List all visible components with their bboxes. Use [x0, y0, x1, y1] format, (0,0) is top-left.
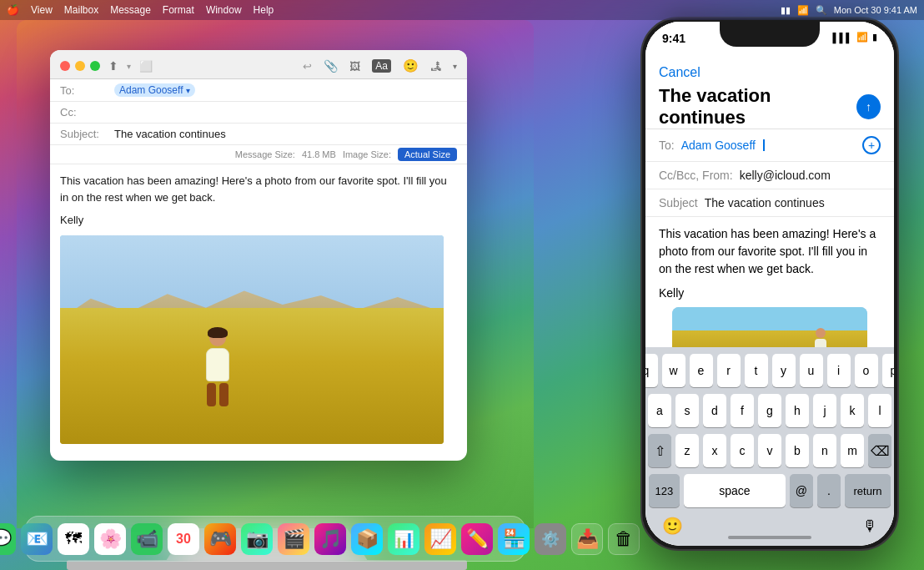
key-v[interactable]: v — [758, 434, 781, 467]
key-i[interactable]: i — [827, 354, 851, 387]
menu-view[interactable]: View — [31, 4, 53, 16]
microphone-icon[interactable]: 🎙 — [862, 517, 877, 535]
cc-label: Cc: — [60, 106, 114, 119]
key-y[interactable]: y — [772, 354, 796, 387]
dock-calendar[interactable]: 30 — [168, 523, 199, 555]
close-button[interactable] — [60, 61, 70, 71]
key-u[interactable]: u — [800, 354, 823, 387]
zoom-button[interactable] — [90, 61, 100, 71]
iphone-send-button[interactable]: ↑ — [856, 94, 881, 119]
dock-messages[interactable]: 💬 — [0, 523, 16, 555]
key-d[interactable]: d — [703, 394, 726, 427]
iphone-cancel-button[interactable]: Cancel — [659, 65, 701, 79]
iphone-time: 9:41 — [662, 32, 685, 45]
dock-trash[interactable]: 🗑 — [608, 523, 640, 555]
key-m[interactable]: m — [841, 434, 864, 467]
key-t[interactable]: t — [745, 354, 768, 387]
period-key[interactable]: . — [817, 474, 841, 507]
key-f[interactable]: f — [731, 394, 754, 427]
menu-message[interactable]: Message — [110, 4, 151, 16]
iphone-signature: Kelly — [659, 285, 881, 302]
key-k[interactable]: k — [841, 394, 864, 427]
minimize-button[interactable] — [75, 61, 85, 71]
dock-contacts[interactable]: 🎮 — [204, 523, 236, 555]
menu-bar-wifi-icon: 📶 — [797, 5, 809, 16]
menu-window[interactable]: Window — [206, 4, 242, 16]
keyboard-row-3: ⇧ z x c v b n m ⌫ — [649, 434, 891, 467]
number-key[interactable]: 123 — [649, 474, 680, 507]
emoji-keyboard-icon[interactable]: 🙂 — [662, 516, 683, 536]
key-a[interactable]: a — [648, 394, 671, 427]
dock-downloads[interactable]: 📥 — [571, 523, 603, 555]
key-s[interactable]: s — [675, 394, 699, 427]
recipient-chevron: ▾ — [186, 86, 190, 95]
to-label: To: — [60, 84, 114, 97]
delete-key[interactable]: ⌫ — [868, 434, 891, 467]
dock-maps[interactable]: 🗺 — [58, 523, 89, 555]
send-icon[interactable]: ⬆ — [108, 59, 118, 73]
key-q[interactable]: q — [645, 354, 658, 387]
window-icon[interactable]: ⬜ — [139, 60, 153, 73]
at-key[interactable]: @ — [790, 474, 813, 507]
menu-bar-search-icon[interactable]: 🔍 — [816, 5, 827, 16]
menu-bar-battery-icon: ▮▮ — [781, 5, 791, 16]
dock-mail[interactable]: 📧 — [21, 523, 53, 555]
photo-insert-icon[interactable]: 🏞 — [430, 60, 441, 73]
dock-facetime[interactable]: 📹 — [131, 523, 163, 555]
mail-toolbar-right: ↩ 📎 🖼 Aa 🙂 🏞 ▾ — [303, 58, 457, 73]
key-e[interactable]: e — [690, 354, 713, 387]
cc-field-row[interactable]: Cc: — [50, 102, 467, 124]
dock-photos[interactable]: 🌸 — [94, 523, 126, 555]
key-w[interactable]: w — [662, 354, 685, 387]
key-p[interactable]: p — [882, 354, 895, 387]
subject-label: Subject: — [60, 128, 114, 140]
dock-finder[interactable]: 📷 — [241, 523, 273, 555]
dock-appstore[interactable]: 🏪 — [498, 523, 530, 555]
chevron-down-icon[interactable]: ▾ — [127, 62, 131, 71]
iphone-notch — [720, 22, 820, 47]
undo-icon[interactable]: ↩ — [303, 60, 312, 73]
key-b[interactable]: b — [786, 434, 809, 467]
menu-mailbox[interactable]: Mailbox — [64, 4, 98, 16]
ios-keyboard[interactable]: q w e r t y u i o p a s d f g — [645, 347, 894, 546]
key-c[interactable]: c — [731, 434, 754, 467]
key-o[interactable]: o — [855, 354, 878, 387]
apple-menu[interactable]: 🍎 — [7, 4, 19, 16]
to-recipient[interactable]: Adam Gooseff ▾ — [114, 83, 195, 97]
iphone-subject-row: The vacation continues ↑ — [659, 85, 881, 129]
dock-pages[interactable]: ✏️ — [461, 523, 493, 555]
actual-size-button[interactable]: Actual Size — [398, 148, 457, 161]
iphone-add-recipient-button[interactable]: + — [862, 136, 881, 154]
iphone-cc-field[interactable]: Cc/Bcc, From: kelly@icloud.com — [645, 162, 894, 189]
mail-body[interactable]: This vacation has been amazing! Here's a… — [50, 164, 467, 461]
key-h[interactable]: h — [786, 394, 809, 427]
key-j[interactable]: j — [813, 394, 836, 427]
subject-value[interactable]: The vacation continues — [114, 128, 226, 140]
more-icon[interactable]: ▾ — [453, 62, 457, 71]
return-key[interactable]: return — [845, 474, 891, 507]
shift-key[interactable]: ⇧ — [648, 434, 671, 467]
dock-systemprefs[interactable]: ⚙️ — [535, 523, 566, 555]
emoji-icon[interactable]: 🙂 — [403, 58, 419, 73]
iphone-to-field[interactable]: To: Adam Gooseff + — [645, 129, 894, 162]
key-l[interactable]: l — [868, 394, 891, 427]
dock-music[interactable]: 🎵 — [314, 523, 346, 555]
dock-keynote[interactable]: 📈 — [424, 523, 456, 555]
space-key[interactable]: space — [684, 474, 786, 507]
key-n[interactable]: n — [813, 434, 836, 467]
iphone-screen: 9:41 ▌▌▌ 📶 ▮ Cancel The vacation continu… — [645, 22, 894, 546]
dock-numbers[interactable]: 📊 — [388, 523, 419, 555]
key-g[interactable]: g — [758, 394, 781, 427]
photo-icon[interactable]: 🖼 — [349, 60, 360, 73]
dock-airdrop[interactable]: 📦 — [351, 523, 383, 555]
iphone-to-value[interactable]: Adam Gooseff — [681, 139, 756, 152]
key-r[interactable]: r — [717, 354, 741, 387]
key-z[interactable]: z — [675, 434, 699, 467]
key-x[interactable]: x — [703, 434, 726, 467]
format-icon[interactable]: Aa — [372, 59, 391, 73]
attachment-icon[interactable]: 📎 — [324, 59, 338, 73]
menu-help[interactable]: Help — [254, 4, 274, 16]
dock-quicktime[interactable]: 🎬 — [278, 523, 309, 555]
menu-format[interactable]: Format — [163, 4, 194, 16]
iphone-subject-field[interactable]: Subject The vacation continues — [645, 189, 894, 217]
